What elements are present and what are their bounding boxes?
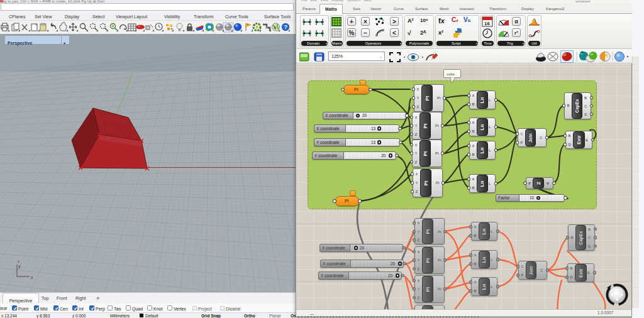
svg-text:y: y (18, 264, 21, 269)
svg-text:?: ? (284, 24, 288, 30)
svg-text:16: 16 (484, 21, 490, 26)
svg-text:x: x (31, 275, 33, 280)
svg-text:z: z (18, 260, 19, 263)
